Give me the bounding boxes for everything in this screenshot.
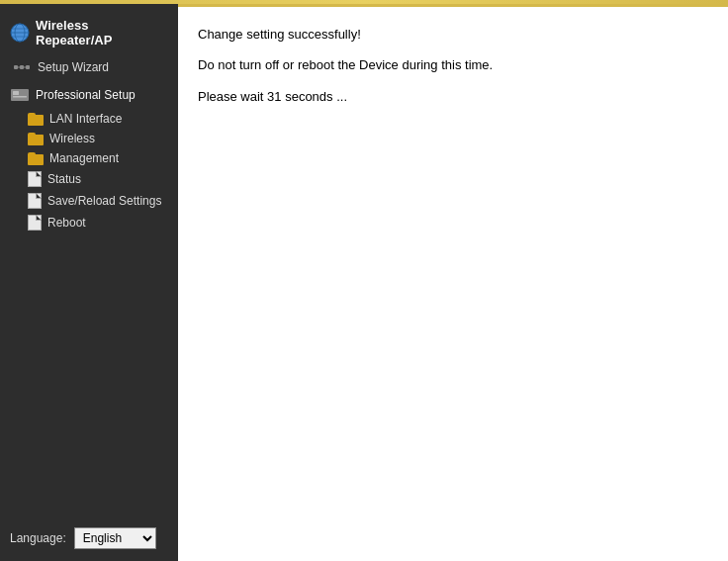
svg-rect-12 xyxy=(13,96,27,98)
doc-icon-reboot xyxy=(28,215,42,231)
folder-icon-wireless xyxy=(28,133,44,145)
reboot-label: Reboot xyxy=(47,216,86,230)
sidebar-item-setup-wizard[interactable]: Setup Wizard xyxy=(0,53,178,81)
main-container: Wireless Repeater/AP Setup Wizard xyxy=(0,4,728,561)
sidebar-section-professional[interactable]: Professional Setup xyxy=(0,81,178,109)
globe-icon xyxy=(10,23,30,43)
save-reload-label: Save/Reload Settings xyxy=(47,194,161,208)
svg-rect-11 xyxy=(13,91,19,95)
folder-icon-management xyxy=(28,152,44,165)
language-section: Language: English Chinese Japanese Korea… xyxy=(0,515,178,561)
sidebar-item-save-reload[interactable]: Save/Reload Settings xyxy=(0,190,178,212)
sidebar-item-wireless[interactable]: Wireless xyxy=(0,129,178,148)
svg-rect-6 xyxy=(20,65,24,69)
doc-icon-status xyxy=(28,171,42,187)
status-label: Status xyxy=(47,172,81,186)
sidebar-header: Wireless Repeater/AP xyxy=(0,12,178,53)
svg-rect-5 xyxy=(14,65,18,69)
setup-wizard-icon xyxy=(12,57,32,77)
sidebar-header-title: Wireless Repeater/AP xyxy=(36,18,168,47)
sidebar: Wireless Repeater/AP Setup Wizard xyxy=(0,4,178,561)
svg-rect-7 xyxy=(26,65,30,69)
professional-setup-label: Professional Setup xyxy=(36,88,136,102)
content-message: Change setting successfully! Do not turn… xyxy=(198,23,708,108)
language-label: Language: xyxy=(10,531,66,545)
language-select[interactable]: English Chinese Japanese Korean xyxy=(74,527,156,549)
doc-icon-save xyxy=(28,193,42,209)
content-area: Change setting successfully! Do not turn… xyxy=(178,4,728,561)
warning-message: Do not turn off or reboot the Device dur… xyxy=(198,53,708,76)
sidebar-item-management[interactable]: Management xyxy=(0,148,178,168)
management-label: Management xyxy=(49,151,119,165)
setup-wizard-label: Setup Wizard xyxy=(38,60,109,74)
lan-interface-label: LAN Interface xyxy=(49,112,122,126)
wait-message: Please wait 31 seconds ... xyxy=(198,85,708,108)
folder-icon-lan xyxy=(28,113,44,126)
wireless-label: Wireless xyxy=(49,132,95,145)
professional-setup-icon xyxy=(10,85,30,105)
sidebar-item-reboot[interactable]: Reboot xyxy=(0,212,178,234)
success-message: Change setting successfully! xyxy=(198,23,708,46)
sidebar-item-status[interactable]: Status xyxy=(0,168,178,190)
sidebar-item-lan-interface[interactable]: LAN Interface xyxy=(0,109,178,129)
